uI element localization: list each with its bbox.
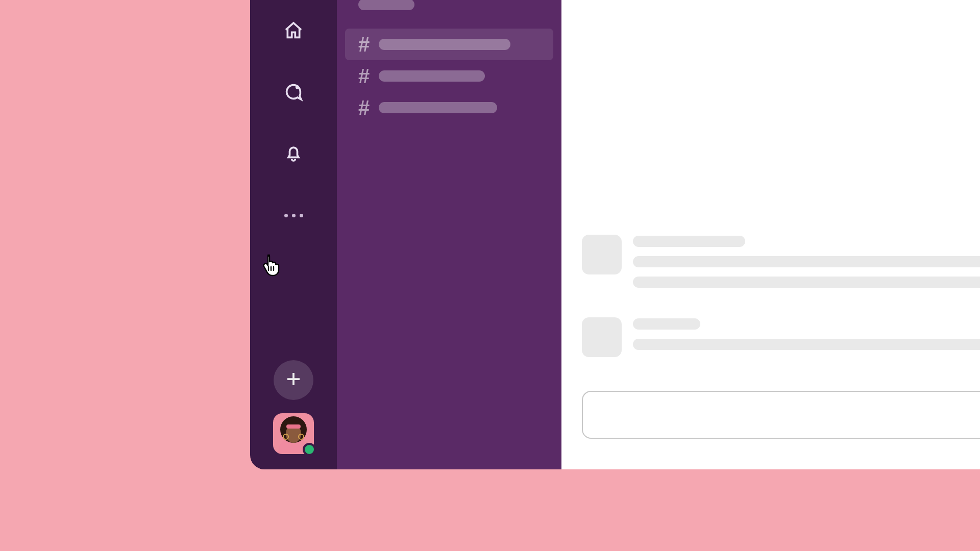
message-avatar-placeholder (582, 317, 622, 357)
nav-dms[interactable] (277, 77, 310, 109)
channels-sidebar: # # # (337, 0, 561, 469)
channel-item[interactable]: # (337, 92, 561, 123)
message-text-placeholder (633, 256, 980, 267)
message-author-placeholder (633, 318, 700, 330)
channel-item[interactable]: # (337, 60, 561, 92)
nav-home[interactable] (277, 15, 310, 48)
message-text-placeholder (633, 339, 980, 350)
message (582, 317, 980, 359)
hash-icon: # (358, 66, 379, 86)
home-icon (283, 20, 304, 43)
message-composer[interactable] (582, 391, 980, 439)
dm-icon (283, 82, 304, 104)
message-text-placeholder (633, 277, 980, 288)
app-window: # # # (250, 0, 980, 469)
channel-name-placeholder (379, 102, 497, 113)
user-menu[interactable] (273, 413, 314, 454)
message-author-placeholder (633, 236, 745, 247)
svg-rect-4 (286, 424, 301, 429)
message (582, 235, 980, 297)
hash-icon: # (358, 34, 379, 55)
channel-name-placeholder (379, 39, 510, 50)
svg-point-0 (296, 85, 299, 89)
nav-activity[interactable] (277, 138, 310, 170)
nav-more[interactable] (277, 199, 310, 232)
channel-item[interactable]: # (345, 29, 553, 60)
ellipsis-icon (284, 214, 303, 217)
bell-icon (283, 143, 304, 165)
conversation-pane (561, 0, 980, 469)
hash-icon: # (358, 97, 379, 118)
create-new-button[interactable] (274, 360, 313, 400)
presence-indicator (303, 443, 316, 456)
channel-name-placeholder (379, 70, 485, 82)
plus-icon (284, 370, 303, 390)
nav-rail (250, 0, 337, 469)
message-avatar-placeholder (582, 235, 622, 274)
channels-section-label (358, 0, 414, 10)
